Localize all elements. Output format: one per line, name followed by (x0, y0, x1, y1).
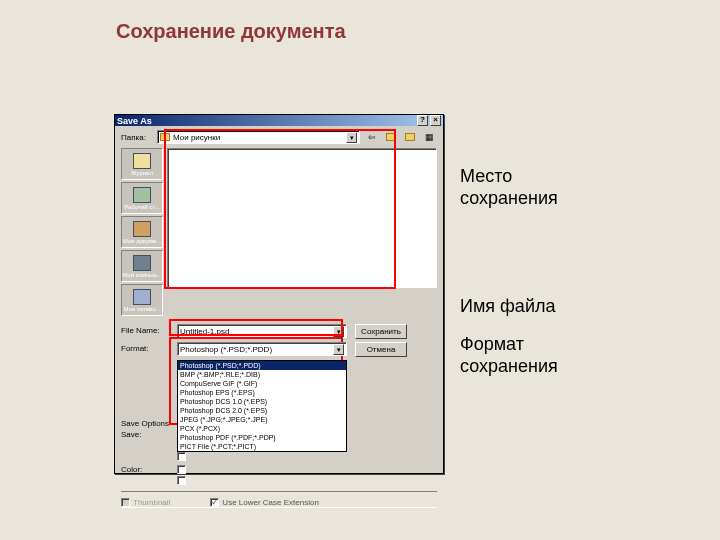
new-folder-button[interactable] (402, 130, 418, 144)
annotation-save-format: Формат сохранения (460, 334, 558, 377)
save-as-dialog: Save As ? × Папка: Мои рисунки ▾ ⇦ ▦ Жур… (114, 114, 444, 474)
color-option-checkbox[interactable] (177, 476, 186, 485)
format-combobox[interactable]: Photoshop (*.PSD;*.PDD) ▾ (177, 342, 347, 356)
folder-value: Мои рисунки (173, 133, 220, 142)
format-option[interactable]: CompuServe GIF (*.GIF) (178, 379, 346, 388)
format-option[interactable]: Photoshop DCS 1.0 (*.EPS) (178, 397, 346, 406)
desktop-icon (133, 187, 151, 203)
filename-input[interactable]: Untitled-1.psd ▾ (177, 324, 347, 338)
format-option[interactable]: Photoshop (*.PSD;*.PDD) (178, 361, 346, 370)
color-sub-label: Color: (121, 465, 177, 474)
format-option[interactable]: BMP (*.BMP;*.RLE;*.DIB) (178, 370, 346, 379)
file-list[interactable] (167, 148, 437, 288)
cancel-button[interactable]: Отмена (355, 342, 407, 357)
save-sub-label: Save: (121, 430, 177, 439)
folder-combobox[interactable]: Мои рисунки ▾ (157, 130, 360, 144)
color-option-checkbox[interactable] (177, 465, 186, 474)
format-option[interactable]: PCX (*.PCX) (178, 424, 346, 433)
save-button[interactable]: Сохранить (355, 324, 407, 339)
views-button[interactable]: ▦ (421, 130, 437, 144)
place-mydocs[interactable]: Мои докуме... (121, 216, 163, 248)
folder-icon (160, 133, 170, 141)
chevron-down-icon[interactable]: ▾ (333, 326, 344, 337)
thumbnail-checkbox[interactable]: Thumbnail (121, 498, 170, 507)
save-options-label: Save Options (121, 419, 177, 428)
place-network[interactable]: Мое сетево... (121, 284, 163, 316)
documents-icon (133, 221, 151, 237)
bottom-panel: File Name: Untitled-1.psd ▾ Сохранить Fo… (115, 320, 443, 516)
dialog-title: Save As (117, 116, 152, 126)
annotation-file-name: Имя файла (460, 296, 555, 318)
places-bar: Журнал Рабочий ст... Мои докуме... Мой к… (121, 148, 163, 316)
filename-label: File Name: (121, 324, 173, 335)
format-label: Format: (121, 342, 173, 353)
save-option-checkbox[interactable] (177, 452, 225, 461)
highlight-save-location (164, 129, 396, 289)
titlebar: Save As ? × (115, 115, 443, 126)
folder-label: Папка: (121, 133, 153, 142)
format-dropdown-list[interactable]: Photoshop (*.PSD;*.PDD) BMP (*.BMP;*.RLE… (177, 360, 347, 452)
annotation-save-location: Место сохранения (460, 166, 558, 209)
format-option[interactable]: PICT File (*.PCT;*.PICT) (178, 442, 346, 451)
place-history[interactable]: Журнал (121, 148, 163, 180)
place-desktop[interactable]: Рабочий ст... (121, 182, 163, 214)
computer-icon (133, 255, 151, 271)
history-icon (133, 153, 151, 169)
network-icon (133, 289, 151, 305)
place-mycomputer[interactable]: Мой компью... (121, 250, 163, 282)
close-button[interactable]: × (430, 115, 441, 126)
slide-title: Сохранение документа (116, 20, 346, 43)
chevron-down-icon[interactable]: ▾ (333, 344, 344, 355)
lowercase-ext-checkbox[interactable]: ✓ Use Lower Case Extension (210, 498, 319, 507)
format-option[interactable]: Photoshop EPS (*.EPS) (178, 388, 346, 397)
format-option[interactable]: Photoshop PDF (*.PDF;*.PDP) (178, 433, 346, 442)
format-option[interactable]: Photoshop DCS 2.0 (*.EPS) (178, 406, 346, 415)
format-option[interactable]: JPEG (*.JPG;*.JPEG;*.JPE) (178, 415, 346, 424)
up-button[interactable] (383, 130, 399, 144)
chevron-down-icon[interactable]: ▾ (346, 132, 357, 143)
help-button[interactable]: ? (417, 115, 428, 126)
back-button[interactable]: ⇦ (364, 130, 380, 144)
